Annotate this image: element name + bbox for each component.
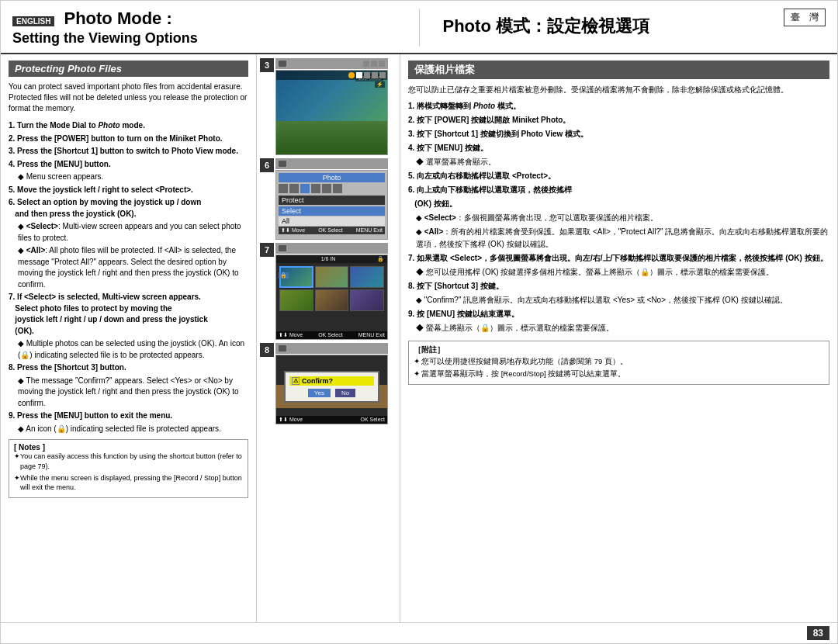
multiview-nav-bar: ⬆⬇ Move OK Select MENU Exit bbox=[276, 331, 387, 339]
notes-section: [ Notes ] You can easily access this fun… bbox=[9, 439, 248, 497]
step-6-sub1: ◆ <Select>: Multi-view screen appears an… bbox=[9, 221, 248, 244]
grid-cell-6 bbox=[350, 289, 384, 311]
zh-step-5: 5. 向左或向右移動搖桿以選取 <Protect>。 bbox=[408, 170, 829, 182]
screen-6: 6 Photo bbox=[260, 158, 388, 240]
step-9: 9. Press the [MENU] button to exit the m… bbox=[9, 410, 248, 422]
screen-7: 7 1/6 IN🔒 bbox=[260, 243, 388, 340]
zh-notes-title: ［附註］ bbox=[414, 345, 824, 355]
step-7-sub: ◆ Multiple photos can be selected using … bbox=[9, 338, 248, 361]
notes-title: [ Notes ] bbox=[14, 443, 243, 452]
chinese-page-title: Photo 模式：設定檢視選項 bbox=[443, 15, 784, 38]
zh-step-6b: (OK) 按鈕。 bbox=[408, 198, 829, 210]
zh-step-6: 6. 向上或向下移動搖桿以選取選項，然後按搖桿 bbox=[408, 184, 829, 196]
zh-step-4-sub: ◆ 選單螢幕將會顯示。 bbox=[408, 156, 829, 168]
screen-display-6: Photo Protect Select bbox=[275, 170, 388, 240]
step-3: 3. Press the [Shortcut 1] button to swit… bbox=[9, 146, 248, 158]
warn-icon: ⚠ bbox=[292, 377, 300, 385]
step-8-sub: ◆ The message "Confirm?" appears. Select… bbox=[9, 376, 248, 410]
step-2: 2. Press the [POWER] button to turn on t… bbox=[9, 133, 248, 145]
zh-step-9-sub: ◆ 螢幕上將顯示（🔒）圖示，標示選取的檔案需要保護。 bbox=[408, 322, 829, 334]
step-4-sub: ◆ Menu screen appears. bbox=[9, 171, 248, 183]
screens-column: 3 bbox=[257, 54, 400, 622]
zh-step-7-sub: ◆ 您可以使用搖桿 (OK) 按鍵選擇多個相片檔案。螢幕上將顯示（🔒）圖示，標示… bbox=[408, 266, 829, 279]
zh-step-9: 9. 按 [MENU] 按鍵以結束選單。 bbox=[408, 308, 829, 320]
taiwan-badge: 臺 灣 bbox=[784, 9, 826, 26]
zh-step-6-sub2: ◆ <All>：所有的相片檔案將會受到保護。如果選取 <All>，"Protec… bbox=[408, 226, 829, 251]
note-1: You can easily access this function by u… bbox=[14, 452, 243, 471]
right-intro: 您可以防止已儲存之重要相片檔案被意外刪除。受保護的檔案將無不會刪除，除非您解除保… bbox=[408, 84, 829, 95]
screen-display-7: 1/6 IN🔒 🔒 bbox=[275, 254, 388, 340]
menu-item-select: Select bbox=[279, 206, 385, 216]
screen-8: 8 ⚠ Confirm? bbox=[260, 343, 388, 424]
step-6: 6. Select an option by moving the joysti… bbox=[9, 197, 248, 220]
grid-cell-3 bbox=[350, 266, 384, 288]
step-1: 1. Turn the Mode Dial to Photo mode. bbox=[9, 120, 248, 132]
zh-step-7: 7. 如果選取 <Select>，多個視圖螢幕將會出現。向左/右/上/下移動搖桿… bbox=[408, 252, 829, 265]
screen-num-8: 8 bbox=[260, 343, 274, 357]
menu-item-all: All bbox=[279, 216, 385, 226]
screen-num-6: 6 bbox=[260, 158, 274, 172]
zh-note-2: 當選單螢幕顯示時，按 [Record/Stop] 按鍵將可以結束選單。 bbox=[414, 369, 824, 379]
grid-cell-2 bbox=[315, 266, 349, 288]
confirm-nav-bar: ⬆⬇ Move OK Select bbox=[276, 416, 387, 424]
screen-3: 3 bbox=[260, 58, 388, 155]
confirm-yes-btn[interactable]: Yes bbox=[308, 389, 331, 397]
confirm-dialog: ⚠ Confirm? Yes No bbox=[284, 371, 379, 403]
page-header: ENGLISH Photo Mode : Setting the Viewing… bbox=[1, 1, 837, 54]
page-number-area: 83 bbox=[1, 622, 837, 643]
zh-step-4: 4. 按下 [MENU] 按鍵。 bbox=[408, 142, 829, 154]
grid-cell-4 bbox=[279, 289, 313, 311]
main-content: Protecting Photo Files You can protect s… bbox=[1, 54, 837, 622]
right-column: 保護相片檔案 您可以防止已儲存之重要相片檔案被意外刪除。受保護的檔案將無不會刪除… bbox=[400, 54, 837, 622]
page: ENGLISH Photo Mode : Setting the Viewing… bbox=[0, 0, 838, 644]
menu-item-protect: Protect bbox=[279, 196, 385, 205]
zh-notes-section: ［附註］ 您可以使用捷徑按鍵簡易地存取此功能（請參閱第 79 頁）。 當選單螢幕… bbox=[408, 341, 829, 385]
page-number: 83 bbox=[807, 626, 829, 640]
zh-note-1: 您可以使用捷徑按鍵簡易地存取此功能（請參閱第 79 頁）。 bbox=[414, 356, 824, 367]
step-8: 8. Press the [Shortcut 3] button. bbox=[9, 362, 248, 374]
screen-num-7: 7 bbox=[260, 243, 274, 257]
screen-num-3: 3 bbox=[260, 58, 274, 72]
right-header: Photo 模式：設定檢視選項 臺 灣 bbox=[420, 9, 826, 38]
zh-step-8-sub: ◆ "Confirm?" 訊息將會顯示。向左或向右移動搖桿以選取 <Yes> 或… bbox=[408, 294, 829, 306]
zh-step-6-sub1: ◆ <Select>：多個視圖螢幕將會出現，您可以選取要保護的相片檔案。 bbox=[408, 212, 829, 224]
english-badge: ENGLISH bbox=[12, 16, 54, 26]
page-title-line2: Setting the Viewing Options bbox=[12, 30, 403, 47]
multi-view-grid bbox=[276, 263, 387, 314]
left-intro: You can protect saved important photo fi… bbox=[9, 81, 248, 114]
note-2: While the menu screen is displayed, pres… bbox=[14, 473, 243, 493]
step-6-sub2: ◆ <All>: All photo files will be protect… bbox=[9, 245, 248, 290]
zh-step-2: 2. 按下 [POWER] 按鍵以開啟 Miniket Photo。 bbox=[408, 114, 829, 126]
left-column: Protecting Photo Files You can protect s… bbox=[1, 54, 257, 622]
right-steps: 1. 將模式轉盤轉到 Photo 模式。 2. 按下 [POWER] 按鍵以開啟… bbox=[408, 100, 829, 334]
step-9-sub: ◆ An icon (🔒) indicating selected file i… bbox=[9, 424, 248, 435]
zh-step-1: 1. 將模式轉盤轉到 Photo 模式。 bbox=[408, 100, 829, 113]
step-4: 4. Press the [MENU] button. bbox=[9, 159, 248, 171]
confirm-no-btn[interactable]: No bbox=[335, 389, 355, 397]
left-header: ENGLISH Photo Mode : Setting the Viewing… bbox=[12, 9, 420, 47]
left-steps: 1. Turn the Mode Dial to Photo mode. 2. … bbox=[9, 120, 248, 435]
grid-cell-5 bbox=[315, 289, 349, 311]
menu-title-photo: Photo bbox=[279, 173, 385, 182]
confirm-title: ⚠ Confirm? bbox=[289, 376, 374, 386]
zh-step-3: 3. 按下 [Shortcut 1] 按鍵切換到 Photo View 模式。 bbox=[408, 128, 829, 140]
screen-display-8: ⚠ Confirm? Yes No bbox=[275, 355, 388, 424]
menu-nav-bar: ⬆⬇ Move OK Select MENU Exit bbox=[279, 227, 385, 234]
step-5: 5. Move the joystick left / right to sel… bbox=[9, 185, 248, 196]
page-title-line1: Photo Mode : bbox=[64, 9, 171, 29]
zh-step-8: 8. 按下 [Shortcut 3] 按鍵。 bbox=[408, 280, 829, 293]
left-section-header: Protecting Photo Files bbox=[9, 61, 248, 77]
screen-display-3: 100-0006 ⚡ bbox=[275, 70, 388, 155]
right-section-header: 保護相片檔案 bbox=[408, 61, 829, 79]
step-7: 7. If <Select> is selected, Multi-view s… bbox=[9, 292, 248, 337]
